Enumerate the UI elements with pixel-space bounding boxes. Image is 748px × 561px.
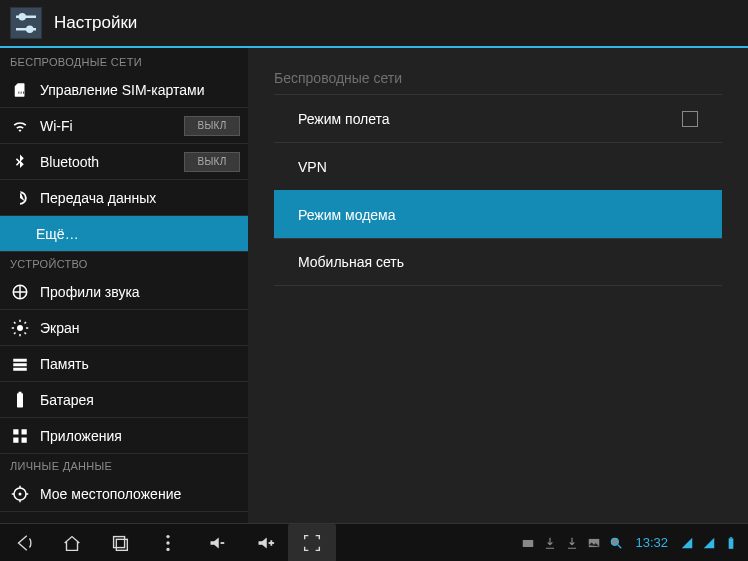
sidebar-item-more[interactable]: Ещё… (0, 216, 248, 252)
sidebar-item-sim[interactable]: Управление SIM-картами (0, 72, 248, 108)
svg-rect-28 (116, 539, 127, 550)
content-item-label: Режим модема (298, 207, 396, 223)
sidebar-item-battery[interactable]: Батарея (0, 382, 248, 418)
sidebar-header-personal: ЛИЧНЫЕ ДАННЫЕ (0, 454, 248, 476)
svg-line-13 (25, 322, 27, 324)
bluetooth-toggle[interactable]: ВЫКЛ (184, 152, 240, 172)
sidebar-item-label: Ещё… (36, 226, 240, 242)
apps-icon (10, 426, 30, 446)
svg-rect-40 (730, 537, 732, 538)
card-icon (521, 536, 535, 550)
svg-rect-39 (729, 538, 734, 549)
sidebar-item-label: Память (40, 356, 240, 372)
picture-icon (587, 536, 601, 550)
content-item-tethering[interactable]: Режим модема (274, 190, 722, 238)
svg-point-31 (166, 547, 169, 550)
bluetooth-icon (10, 152, 30, 172)
sidebar-item-label: Батарея (40, 392, 240, 408)
svg-rect-14 (13, 358, 27, 361)
search-status-icon (609, 536, 623, 550)
svg-point-29 (166, 534, 169, 537)
content-header: Беспроводные сети (274, 58, 722, 94)
svg-rect-18 (22, 429, 27, 434)
sidebar-item-location[interactable]: Мое местоположение (0, 476, 248, 512)
sidebar-item-display[interactable]: Экран (0, 310, 248, 346)
sidebar-item-data-usage[interactable]: Передача данных (0, 180, 248, 216)
sidebar-item-label: Передача данных (40, 190, 240, 206)
home-button[interactable] (48, 524, 96, 562)
appbar: Настройки (0, 0, 748, 46)
back-button[interactable] (0, 524, 48, 562)
content-item-label: VPN (298, 159, 327, 175)
recent-button[interactable] (96, 524, 144, 562)
location-icon (10, 484, 30, 504)
svg-rect-16 (13, 367, 27, 370)
airplane-checkbox[interactable] (682, 111, 698, 127)
sim-icon (10, 80, 30, 100)
menu-button[interactable] (144, 524, 192, 562)
svg-rect-15 (13, 363, 27, 366)
sidebar-item-label: Управление SIM-картами (40, 82, 240, 98)
sidebar-item-apps[interactable]: Приложения (0, 418, 248, 454)
sidebar-item-label: Приложения (40, 428, 240, 444)
svg-point-22 (19, 492, 22, 495)
download-icon (565, 536, 579, 550)
content-item-vpn[interactable]: VPN (274, 142, 722, 190)
svg-line-38 (618, 544, 622, 548)
status-tray[interactable]: 13:32 (521, 535, 748, 550)
sidebar-header-device: УСТРОЙСТВО (0, 252, 248, 274)
status-clock: 13:32 (635, 535, 668, 550)
svg-rect-20 (22, 437, 27, 442)
data-usage-icon (10, 188, 30, 208)
wifi-icon (10, 116, 30, 136)
svg-rect-35 (523, 540, 534, 547)
svg-rect-17 (13, 429, 18, 434)
audio-profile-icon (10, 282, 30, 302)
sidebar-item-label: Wi-Fi (40, 118, 184, 134)
svg-rect-19 (13, 437, 18, 442)
svg-point-5 (17, 325, 23, 331)
svg-rect-27 (114, 536, 125, 547)
battery-status-icon (724, 536, 738, 550)
sidebar-header-wireless: БЕСПРОВОДНЫЕ СЕТИ (0, 48, 248, 72)
sidebar-item-audio[interactable]: Профили звука (0, 274, 248, 310)
svg-point-37 (612, 538, 619, 545)
battery-icon (10, 390, 30, 410)
content-panel: Беспроводные сети Режим полета VPN Режим… (248, 48, 748, 523)
volume-down-button[interactable] (192, 524, 240, 562)
sidebar-item-label: Профили звука (40, 284, 240, 300)
svg-point-30 (166, 541, 169, 544)
sidebar-item-storage[interactable]: Память (0, 346, 248, 382)
settings-icon (10, 7, 42, 39)
signal-icon (702, 536, 716, 550)
content-item-label: Режим полета (298, 111, 390, 127)
brightness-icon (10, 318, 30, 338)
sidebar-item-wifi[interactable]: Wi-Fi ВЫКЛ (0, 108, 248, 144)
navbar: 13:32 (0, 523, 748, 561)
screenshot-button[interactable] (288, 524, 336, 562)
storage-icon (10, 354, 30, 374)
app-title: Настройки (54, 13, 137, 33)
signal-icon (680, 536, 694, 550)
wifi-toggle[interactable]: ВЫКЛ (184, 116, 240, 136)
download-icon (543, 536, 557, 550)
svg-point-3 (27, 27, 32, 32)
svg-line-10 (14, 322, 16, 324)
sidebar-item-label: Экран (40, 320, 240, 336)
sidebar-item-label: Bluetooth (40, 154, 184, 170)
content-item-label: Мобильная сеть (298, 254, 404, 270)
volume-up-button[interactable] (240, 524, 288, 562)
content-item-airplane[interactable]: Режим полета (274, 94, 722, 142)
sidebar-item-bluetooth[interactable]: Bluetooth ВЫКЛ (0, 144, 248, 180)
svg-line-11 (25, 332, 27, 334)
svg-line-12 (14, 332, 16, 334)
svg-point-1 (20, 14, 25, 19)
sidebar: БЕСПРОВОДНЫЕ СЕТИ Управление SIM-картами… (0, 48, 248, 523)
sidebar-item-label: Мое местоположение (40, 486, 240, 502)
content-item-mobile-network[interactable]: Мобильная сеть (274, 238, 722, 286)
